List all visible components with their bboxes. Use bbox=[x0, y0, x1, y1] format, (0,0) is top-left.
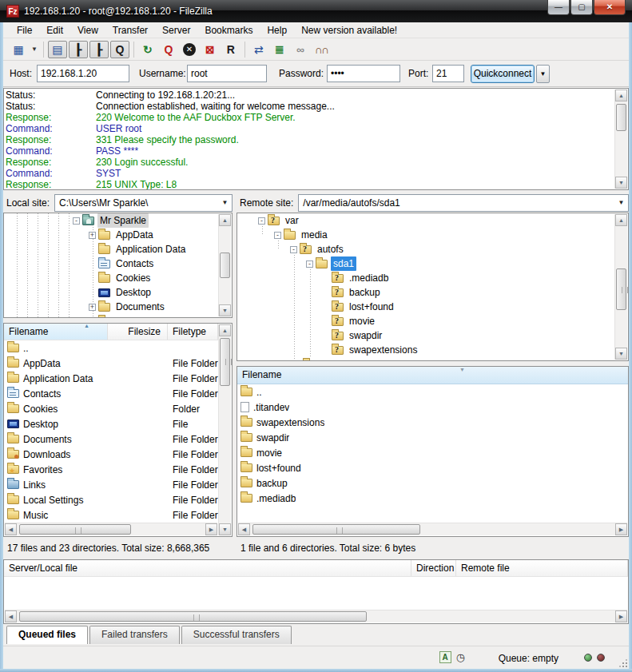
scroll-up-icon[interactable]: ▲ bbox=[615, 89, 627, 101]
speed-limits-icon[interactable]: ◷ bbox=[456, 651, 465, 663]
tree-item-cookies[interactable]: Cookies bbox=[4, 271, 232, 285]
close-button[interactable]: ✕ bbox=[594, 0, 626, 15]
file-row[interactable]: .titandev bbox=[237, 400, 628, 415]
maximize-button[interactable]: ▢ bbox=[570, 0, 593, 15]
collapse-icon[interactable]: - bbox=[274, 232, 281, 239]
toggle-message-log-button[interactable]: ▤ bbox=[48, 41, 67, 58]
menu-transfer[interactable]: Transfer bbox=[105, 23, 155, 38]
tree-item-media[interactable]: -media bbox=[237, 228, 628, 242]
column-filename[interactable]: Filename▲ bbox=[4, 324, 108, 340]
file-row[interactable]: swapextensions bbox=[237, 415, 628, 430]
reconnect-button[interactable]: R bbox=[221, 41, 240, 58]
file-row[interactable]: backup bbox=[237, 475, 628, 491]
resize-grip[interactable] bbox=[618, 658, 627, 667]
cancel-button[interactable]: ✕ bbox=[180, 41, 199, 58]
menu-new-version[interactable]: New version available! bbox=[294, 23, 404, 38]
file-row[interactable]: Application DataFile Folder bbox=[4, 371, 218, 386]
scroll-left-icon[interactable]: ◀ bbox=[5, 610, 17, 622]
site-manager-dropdown[interactable]: ▼ bbox=[29, 46, 40, 53]
scroll-thumb[interactable] bbox=[252, 524, 420, 535]
scroll-thumb[interactable] bbox=[220, 338, 230, 386]
host-input[interactable] bbox=[37, 65, 129, 82]
chevron-down-icon[interactable]: ▼ bbox=[219, 196, 231, 210]
toggle-local-tree-button[interactable]: ┠ bbox=[69, 41, 88, 58]
column-remote-file[interactable]: Remote file bbox=[456, 560, 628, 576]
tree-item-swapdir[interactable]: swapdir bbox=[237, 328, 628, 343]
local-site-combo[interactable]: C:\Users\Mr Sparkle\▼ bbox=[54, 194, 233, 212]
splitter-collapse-icon[interactable]: ▼ bbox=[459, 367, 465, 372]
file-row[interactable]: DesktopFile bbox=[4, 416, 218, 431]
search-button[interactable]: ∩∩ bbox=[312, 41, 331, 58]
disconnect-button[interactable]: ⊠ bbox=[201, 41, 220, 58]
tree-item-application-data[interactable]: Application Data bbox=[4, 242, 232, 256]
file-row[interactable]: Local SettingsFile Folder bbox=[4, 492, 218, 507]
tree-item-var[interactable]: -var bbox=[237, 213, 628, 228]
scroll-thumb[interactable] bbox=[19, 524, 131, 535]
menu-file[interactable]: File bbox=[10, 23, 39, 38]
expand-icon[interactable]: + bbox=[89, 232, 96, 239]
file-row[interactable]: DownloadsFile Folder bbox=[4, 447, 218, 462]
menu-server[interactable]: Server bbox=[155, 23, 197, 38]
tab-successful-transfers[interactable]: Successful transfers bbox=[181, 626, 292, 644]
tree-item-sda1[interactable]: -sda1 bbox=[237, 256, 628, 271]
tree-item-contacts[interactable]: Contacts bbox=[4, 256, 232, 271]
file-row[interactable]: AppDataFile Folder bbox=[4, 356, 218, 371]
menu-edit[interactable]: Edit bbox=[39, 23, 70, 38]
file-row[interactable]: DocumentsFile Folder bbox=[4, 431, 218, 447]
tree-item-downloads[interactable]: +Downloads bbox=[4, 314, 232, 318]
scroll-left-icon[interactable]: ◀ bbox=[238, 523, 250, 535]
menu-view[interactable]: View bbox=[70, 23, 105, 38]
toggle-remote-tree-button[interactable]: ┠ bbox=[89, 41, 109, 58]
scroll-thumb[interactable] bbox=[19, 611, 367, 622]
collapse-icon[interactable]: - bbox=[258, 217, 265, 225]
file-row[interactable]: .mediadb bbox=[237, 491, 628, 506]
filter-button[interactable]: ≣ bbox=[270, 41, 289, 58]
menu-help[interactable]: Help bbox=[260, 23, 294, 38]
tree-item-mr-sparkle[interactable]: -Mr Sparkle bbox=[4, 213, 232, 228]
file-row[interactable]: lost+found bbox=[237, 460, 628, 475]
toggle-queue-button[interactable]: Q bbox=[110, 41, 129, 58]
file-row[interactable]: .. bbox=[4, 340, 218, 356]
tab-queued-files[interactable]: Queued files bbox=[6, 626, 88, 644]
local-list-hscrollbar[interactable]: ◀ ▶ bbox=[5, 523, 217, 535]
site-manager-button[interactable]: ▦ bbox=[9, 41, 28, 58]
tree-item-swapextensions[interactable]: swapextensions bbox=[237, 343, 628, 357]
column-filesize[interactable]: Filesize bbox=[108, 324, 168, 340]
directory-comparison-button[interactable]: ⇄ bbox=[249, 41, 268, 58]
minimize-button[interactable]: — bbox=[547, 0, 570, 15]
scroll-right-icon[interactable]: ▶ bbox=[205, 523, 217, 535]
synchronized-browsing-button[interactable]: ∞ bbox=[291, 41, 310, 58]
password-input[interactable] bbox=[327, 65, 400, 82]
file-row[interactable]: LinksFile Folder bbox=[4, 477, 218, 492]
tree-item-backup[interactable]: backup bbox=[237, 285, 628, 300]
collapse-icon[interactable]: - bbox=[290, 246, 297, 253]
collapse-icon[interactable]: - bbox=[306, 260, 313, 268]
tree-item-appdata[interactable]: +AppData bbox=[4, 228, 232, 242]
port-input[interactable] bbox=[432, 65, 464, 82]
expand-icon[interactable]: + bbox=[89, 318, 96, 319]
file-row[interactable]: MusicFile Folder bbox=[4, 507, 218, 523]
file-row[interactable]: ContactsFile Folder bbox=[4, 386, 218, 401]
file-row[interactable]: .. bbox=[237, 384, 628, 400]
file-row[interactable]: swapdir bbox=[237, 430, 628, 445]
expand-icon[interactable]: + bbox=[89, 304, 96, 311]
scroll-left-icon[interactable]: ◀ bbox=[5, 523, 17, 535]
refresh-button[interactable]: ↻ bbox=[138, 41, 157, 58]
scroll-right-icon[interactable]: ▶ bbox=[615, 610, 627, 622]
remote-site-combo[interactable]: /var/media/autofs/sda1▼ bbox=[298, 194, 629, 212]
quickconnect-dropdown[interactable]: ▼ bbox=[536, 65, 550, 83]
scroll-down-icon[interactable]: ▼ bbox=[219, 523, 231, 535]
log-scrollbar[interactable]: ▲ ▼ bbox=[614, 89, 627, 189]
tree-item-mediadb[interactable]: .mediadb bbox=[237, 271, 628, 285]
scroll-up-icon[interactable]: ▲ bbox=[219, 324, 231, 336]
tab-failed-transfers[interactable]: Failed transfers bbox=[89, 626, 180, 644]
tree-item-lost-found[interactable]: lost+found bbox=[237, 300, 628, 314]
column-filetype[interactable]: Filetype bbox=[168, 324, 218, 340]
queue-hscrollbar[interactable]: ◀ ▶ bbox=[5, 610, 627, 622]
tree-item-autofs[interactable]: -autofs bbox=[237, 242, 628, 256]
chevron-down-icon[interactable]: ▼ bbox=[615, 196, 627, 210]
process-queue-button[interactable]: Q bbox=[159, 41, 178, 58]
collapse-icon[interactable]: - bbox=[73, 217, 80, 225]
transfer-type-icon[interactable]: A bbox=[439, 651, 451, 663]
username-input[interactable] bbox=[187, 65, 267, 82]
